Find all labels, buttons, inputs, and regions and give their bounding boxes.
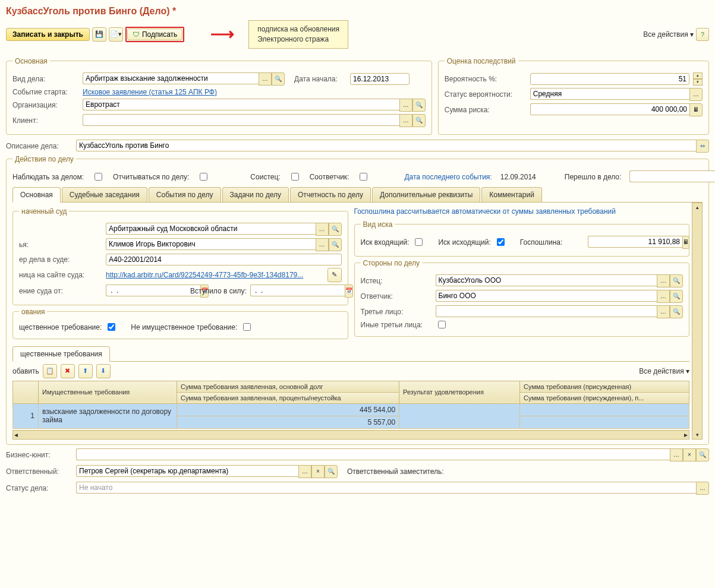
vertical-scrollbar[interactable]: ▴▾ xyxy=(692,203,703,440)
watch-checkbox[interactable] xyxy=(95,173,102,181)
inforce-date-input[interactable] xyxy=(250,284,345,296)
row-sum-principal: 445 544,00 xyxy=(177,403,399,416)
start-event-link[interactable]: Исковое заявление (статья 125 АПК РФ) xyxy=(83,88,217,96)
ellipsis-icon[interactable]: … xyxy=(399,114,412,127)
codefendant-checkbox[interactable] xyxy=(360,173,367,181)
client-input[interactable] xyxy=(83,114,399,126)
unit-input[interactable] xyxy=(76,448,670,460)
tab-tasks[interactable]: Задачи по делу xyxy=(222,187,289,202)
add-button[interactable]: обавить xyxy=(12,367,39,375)
prob-input[interactable] xyxy=(530,73,689,85)
third-input[interactable] xyxy=(436,305,657,317)
actions-fieldset: Действия по делу Наблюдать за делом: Отч… xyxy=(6,155,709,445)
report-checkbox[interactable] xyxy=(200,173,207,181)
col-result[interactable]: Результат удовлетворения xyxy=(399,381,520,403)
ellipsis-icon[interactable]: … xyxy=(696,482,709,495)
clear-icon[interactable]: × xyxy=(311,465,325,478)
tab-main[interactable]: Основная xyxy=(12,187,61,203)
prob-spinner[interactable]: ▴▾ xyxy=(693,72,703,86)
tab-extra[interactable]: Дополнительные реквизиты xyxy=(372,187,480,202)
tab-comment[interactable]: Комментарий xyxy=(481,187,542,202)
help-icon[interactable]: ? xyxy=(696,28,709,41)
ellipsis-icon[interactable]: … xyxy=(316,238,329,251)
tab-hearings[interactable]: Судебные заседания xyxy=(62,187,147,202)
plaintiff-input[interactable] xyxy=(436,274,657,286)
prob-label: Вероятность %: xyxy=(445,75,527,83)
move-down-icon[interactable]: ⬇ xyxy=(96,364,111,378)
sign-label: Подписать xyxy=(142,30,177,39)
table-row[interactable]: 1 взыскание задолженности по договору за… xyxy=(13,403,689,416)
court-name-input[interactable] xyxy=(106,223,316,235)
judge-input[interactable] xyxy=(106,238,316,250)
org-input[interactable] xyxy=(83,99,399,110)
col-sum-interest[interactable]: Сумма требования заявленная, проценты/не… xyxy=(177,392,399,403)
col-sum-principal[interactable]: Сумма требования заявленная, основной до… xyxy=(177,381,399,392)
all-actions-button[interactable]: Все действия ▾ xyxy=(643,30,694,39)
ellipsis-icon[interactable]: … xyxy=(670,448,683,461)
ellipsis-icon[interactable]: … xyxy=(657,274,670,287)
fee-input[interactable] xyxy=(588,236,682,248)
save-close-button[interactable]: Записать и закрыть xyxy=(6,28,90,41)
tab-reporting[interactable]: Отчетность по делу xyxy=(290,187,371,202)
search-icon[interactable]: 🔍 xyxy=(272,72,285,86)
subtab-property-claims[interactable]: щественные требования xyxy=(12,346,110,362)
search-icon[interactable]: 🔍 xyxy=(670,274,683,287)
ellipsis-icon[interactable]: … xyxy=(657,305,670,318)
ellipsis-icon[interactable]: … xyxy=(298,465,311,478)
calculator-icon[interactable]: 🖩 xyxy=(682,236,689,249)
search-icon[interactable]: 🔍 xyxy=(696,448,709,461)
desc-input[interactable] xyxy=(76,140,696,151)
calculator-icon[interactable]: 🖩 xyxy=(689,103,703,116)
col-awarded-2[interactable]: Сумма требования (присужденная), п... xyxy=(520,392,689,403)
search-icon[interactable]: 🔍 xyxy=(329,223,342,236)
search-icon[interactable]: 🔍 xyxy=(325,465,338,478)
property-checkbox[interactable] xyxy=(108,323,115,331)
decision-date-input[interactable] xyxy=(106,284,200,296)
col-claim[interactable]: Имущественные требования xyxy=(39,381,177,403)
ellipsis-icon[interactable]: … xyxy=(316,223,329,236)
tab-events[interactable]: События по делу xyxy=(149,187,221,202)
move-up-icon[interactable]: ⬆ xyxy=(78,364,93,378)
expand-icon[interactable]: ⇔ xyxy=(696,140,709,153)
coplaintiff-checkbox[interactable] xyxy=(291,173,299,181)
main-fieldset: Основная Вид дела: … 🔍 Дата начала: Собы… xyxy=(6,57,432,135)
ellipsis-icon[interactable]: … xyxy=(399,99,412,112)
horizontal-scrollbar[interactable]: ◂▸ xyxy=(12,430,689,440)
delete-icon[interactable]: ✖ xyxy=(61,364,75,378)
ellipsis-icon[interactable]: … xyxy=(259,72,272,86)
search-icon[interactable]: 🔍 xyxy=(329,238,342,251)
status-input[interactable] xyxy=(76,482,696,494)
dropdown-icon[interactable]: 📄▾ xyxy=(109,27,123,42)
case-type-label: Вид дела: xyxy=(12,75,79,83)
case-num-input[interactable] xyxy=(106,254,342,265)
risk-sum-input[interactable] xyxy=(530,103,689,115)
case-type-input[interactable] xyxy=(83,72,259,84)
client-label: Клиент: xyxy=(12,116,79,125)
col-awarded[interactable]: Сумма требования (присужденная) xyxy=(520,381,689,392)
tooltip-line2: Электронного стража xyxy=(257,34,339,45)
actions-legend: Действия по делу xyxy=(12,155,76,163)
sign-button[interactable]: 🛡 Подписать xyxy=(127,29,182,40)
other-third-checkbox[interactable] xyxy=(438,321,446,328)
resp-input[interactable] xyxy=(76,465,298,477)
save-icon[interactable]: 💾 xyxy=(92,27,106,42)
edit-icon[interactable]: ✎ xyxy=(327,268,342,282)
ellipsis-icon[interactable]: … xyxy=(689,88,703,101)
moved-input[interactable] xyxy=(629,170,715,182)
nonproperty-checkbox[interactable] xyxy=(243,323,251,331)
search-icon[interactable]: 🔍 xyxy=(670,290,683,303)
start-date-input[interactable] xyxy=(350,73,410,85)
calendar-icon[interactable]: 📅 xyxy=(345,284,353,298)
ellipsis-icon[interactable]: … xyxy=(657,290,670,303)
search-icon[interactable]: 🔍 xyxy=(412,99,426,112)
risk-status-input[interactable] xyxy=(530,88,689,100)
clear-icon[interactable]: × xyxy=(683,448,696,461)
search-icon[interactable]: 🔍 xyxy=(412,114,426,127)
incoming-checkbox[interactable] xyxy=(415,238,423,246)
outgoing-checkbox[interactable] xyxy=(497,238,505,246)
table-all-actions-button[interactable]: Все действия ▾ xyxy=(639,367,689,375)
defendant-input[interactable] xyxy=(436,290,657,302)
copy-icon[interactable]: 📋 xyxy=(43,364,57,378)
court-page-link[interactable]: http://kad.arbitr.ru/Card/92254249-4773-… xyxy=(106,271,324,279)
search-icon[interactable]: 🔍 xyxy=(670,305,683,318)
